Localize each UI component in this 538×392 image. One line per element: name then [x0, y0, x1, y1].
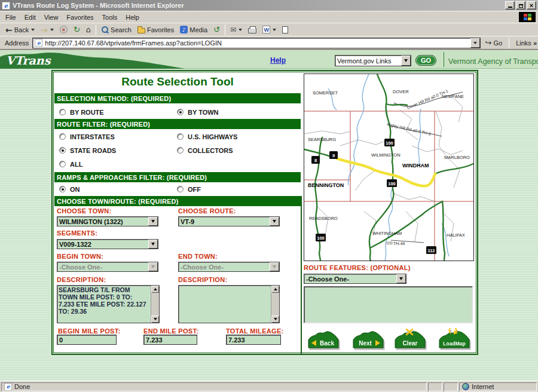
media-button[interactable]: ♪ Media — [177, 24, 210, 36]
route-features-select[interactable]: -Choose One- — [304, 274, 406, 284]
label-marlboro: MARLBORO — [444, 155, 470, 160]
segments-select[interactable]: V009-1322 — [57, 239, 158, 249]
menu-help[interactable]: Help — [123, 13, 145, 22]
begin-mile-post-input[interactable]: 0 — [57, 335, 117, 345]
end-description-textarea[interactable] — [178, 285, 280, 323]
windows-flag-yellow — [528, 17, 531, 20]
radio-label: U.S. HIGHWAYS — [188, 133, 237, 140]
radio-circle-icon — [177, 133, 184, 140]
restore-button[interactable] — [516, 1, 525, 10]
end-mile-post-input[interactable]: 7.233 — [143, 335, 197, 345]
close-button[interactable]: × — [527, 1, 536, 10]
dropdown-arrow-icon — [148, 217, 158, 226]
choose-route-label: CHOOSE ROUTE: — [178, 207, 236, 215]
windows-flag-red — [524, 14, 527, 17]
radio-all[interactable]: ALL — [59, 160, 82, 168]
menu-edit[interactable]: Edit — [22, 13, 41, 22]
route-features-list[interactable] — [304, 286, 473, 323]
begin-town-select[interactable]: -Choose One- — [57, 262, 158, 272]
choose-town-value: WILMINGTON (1322) — [57, 217, 148, 226]
radio-ramps-on[interactable]: ON — [59, 185, 80, 193]
radio-by-route[interactable]: BY ROUTE — [59, 108, 104, 116]
selection-method-banner: SELECTION METHOD: (REQUIRED) — [54, 93, 301, 103]
menu-tools[interactable]: Tools — [99, 13, 123, 22]
portal-links-value: Vermont.gov Links — [335, 56, 401, 66]
next-nav-button[interactable]: Next — [352, 328, 384, 348]
toolbar-separator — [225, 24, 225, 35]
loadmap-button[interactable]: LoadMap — [438, 328, 470, 348]
begin-town-value: -Choose One- — [57, 262, 148, 271]
radio-ramps-off[interactable]: OFF — [177, 185, 201, 193]
mail-dropdown-icon — [239, 29, 242, 31]
media-label: Media — [189, 26, 207, 33]
scrollbar[interactable] — [151, 286, 159, 323]
refresh-icon: ↻ — [74, 25, 80, 34]
menu-file[interactable]: File — [2, 13, 22, 22]
label-searsburg: SEARSBURG — [308, 137, 336, 142]
label-higley-hill-rd: Higley Hill Rd a0.0 TH-3 — [387, 122, 432, 137]
radio-interstates[interactable]: INTERSTATES — [59, 133, 115, 140]
shield-100: 100 — [317, 235, 325, 241]
history-button[interactable]: ↺ — [210, 24, 223, 36]
scrollbar[interactable] — [271, 286, 279, 323]
status-bar: e Done Internet — [0, 381, 538, 392]
title-bar: e VTrans Route Log System - Microsoft In… — [0, 0, 538, 11]
choose-route-select[interactable]: VT-9 — [178, 216, 280, 226]
total-mileage-label: TOTAL MILEAGE: — [226, 327, 283, 335]
edit-button[interactable] — [279, 24, 291, 36]
begin-description-textarea[interactable]: SEARSBURG T/L FROM TOWN MILE POST: 0 TO:… — [57, 285, 160, 323]
stop-button[interactable]: × — [57, 24, 71, 36]
scroll-up-icon[interactable] — [271, 286, 279, 293]
word-icon: W — [262, 26, 270, 33]
radio-us-highways[interactable]: U.S. HIGHWAYS — [177, 133, 237, 140]
forward-button[interactable]: → — [38, 24, 57, 36]
portal-links-select[interactable]: Vermont.gov Links — [335, 55, 411, 66]
header-divider — [444, 52, 444, 67]
links-button[interactable]: Links » — [515, 37, 538, 49]
home-button[interactable]: ⌂ — [83, 24, 94, 36]
choose-town-select[interactable]: WILMINGTON (1322) — [57, 216, 158, 226]
shield-100: 100 — [386, 140, 393, 146]
back-button[interactable]: ← Back — [2, 24, 38, 36]
go-button-browser[interactable]: ↪ Go — [484, 37, 504, 49]
radio-label: STATE ROADS — [70, 147, 116, 154]
back-nav-button[interactable]: Back — [307, 328, 340, 348]
toolbar-separator — [96, 24, 96, 35]
clear-button[interactable]: Clear — [394, 328, 426, 348]
end-town-select[interactable]: -Choose One- — [178, 262, 280, 272]
total-mileage-input[interactable]: 7.233 — [226, 335, 281, 345]
radio-circle-icon — [59, 186, 66, 192]
label-somerset: SOMERSET — [313, 90, 338, 96]
menu-view[interactable]: View — [41, 13, 64, 22]
address-dropdown-button[interactable] — [470, 38, 480, 48]
back-arrow-icon: ← — [5, 25, 13, 35]
radio-collectors[interactable]: COLLECTORS — [177, 146, 233, 154]
address-label: Address — [5, 39, 29, 47]
links-chevron-icon: » — [533, 39, 537, 47]
radio-by-town[interactable]: BY TOWN — [177, 108, 219, 116]
favorites-button[interactable]: Favorites — [134, 24, 177, 36]
mail-button[interactable]: ✉ — [227, 24, 245, 36]
windows-flag-blue — [524, 17, 527, 20]
begin-description-text: SEARSBURG T/L FROM TOWN MILE POST: 0 TO:… — [57, 286, 151, 323]
refresh-button[interactable]: ↻ — [71, 24, 83, 36]
search-button[interactable]: Search — [98, 24, 134, 36]
scroll-up-icon[interactable] — [151, 286, 159, 293]
go-arrow-icon: ↪ — [485, 38, 492, 47]
menu-favorites[interactable]: Favorites — [63, 13, 99, 22]
end-town-value: -Choose One- — [179, 262, 270, 271]
scroll-down-icon[interactable] — [271, 316, 279, 323]
route-map[interactable]: 100 8 9 100 100 112 SOMERSET DOVER NEWFA… — [304, 74, 474, 261]
minimize-button[interactable] — [505, 1, 515, 10]
windows-flag-green — [528, 14, 531, 17]
address-input[interactable]: e http://207.140.67.68/vtprivate/frmFram… — [32, 38, 480, 48]
zone-text: Internet — [472, 383, 494, 390]
scroll-down-icon[interactable] — [151, 316, 159, 323]
print-button[interactable] — [245, 24, 259, 36]
edit-with-word-button[interactable]: W — [259, 24, 279, 36]
go-label: Go — [494, 39, 503, 47]
route-features-label: ROUTE FEATURES: (OPTIONAL) — [304, 264, 411, 271]
radio-state-roads[interactable]: STATE ROADS — [59, 146, 116, 154]
portal-go-button[interactable]: GO — [415, 55, 436, 66]
help-link[interactable]: Help — [270, 56, 286, 65]
